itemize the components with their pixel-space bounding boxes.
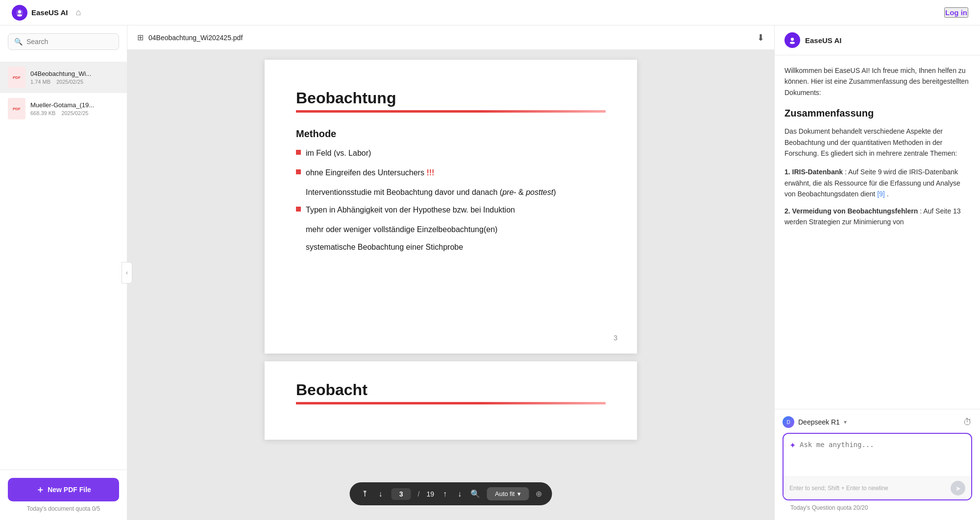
pdf-page-2-title: Beobacht [296, 381, 606, 399]
ai-summary-text: Das Dokument behandelt verschiedene Aspe… [784, 126, 970, 159]
file-meta: 1.74 MB 2025/02/25 [30, 79, 119, 85]
pdf-download-icon[interactable]: ⬇ [757, 32, 764, 43]
auto-fit-button[interactable]: Auto fit ▾ [487, 487, 529, 500]
document-quota: Today's document quota 0/5 [8, 505, 119, 512]
file-name: 04Beobachtung_Wi... [30, 70, 119, 77]
logo-area: EaseUS AI [12, 5, 68, 21]
ai-panel: EaseUS AI Willkommen bei EaseUS AI! Ich … [774, 25, 980, 520]
pdf-red-line [296, 110, 606, 113]
file-item[interactable]: PDF 04Beobachtung_Wi... 1.74 MB 2025/02/… [0, 62, 127, 93]
file-thumbnail: PDF [8, 98, 25, 119]
pdf-bullet-list-2: Typen in Abhängigkeit von der Hypothese … [296, 204, 606, 216]
jump-to-first-button[interactable]: ⤒ [360, 487, 370, 500]
ai-input-hint: Enter to send; Shift + Enter to newline [789, 485, 888, 492]
svg-point-3 [791, 38, 794, 41]
list-item: Typen in Abhängigkeit von der Hypothese … [296, 204, 606, 216]
ai-header: EaseUS AI [775, 25, 980, 55]
bullet-icon [296, 150, 301, 155]
pdf-filename: 04Beobachtung_Wi202425.pdf [148, 34, 243, 42]
sidebar-collapse-button[interactable]: ‹ [122, 262, 132, 284]
ai-model-logo: D [783, 416, 794, 428]
search-box[interactable]: 🔍 [8, 33, 119, 50]
ai-footer: D Deepseek R1 ▾ ⏱ ✦ Enter to send; Shift… [775, 409, 980, 520]
list-number: 2. [784, 207, 792, 215]
login-button[interactable]: Log in [944, 7, 968, 18]
chevron-down-icon[interactable]: ▾ [844, 419, 847, 425]
file-date: 2025/02/25 [56, 79, 83, 85]
ai-list-item: 2. Vermeidung von Beobachtungsfehlern : … [784, 206, 970, 228]
sidebar: 🔍 PDF 04Beobachtung_Wi... 1.74 MB 2025/0… [0, 25, 127, 520]
pdf-bullet-list: im Feld (vs. Labor) ohne Eingreifen des … [296, 147, 606, 179]
nav-left: EaseUS AI ⌂ [12, 5, 81, 21]
ai-summary-title: Zusammenfassung [784, 108, 970, 119]
ai-logo-icon [784, 32, 800, 48]
pdf-nav-bar: ⤒ ↓ / 19 ↑ ↓ 🔍 Auto fit ▾ ⊕ [350, 482, 552, 505]
new-pdf-label: New PDF File [48, 486, 91, 494]
zoom-out-button[interactable]: 🔍 [470, 489, 480, 498]
top-nav: EaseUS AI ⌂ Log in [0, 0, 980, 25]
file-thumbnail: PDF [8, 67, 25, 88]
pdf-viewer: ⊞ 04Beobachtung_Wi202425.pdf ⬇ Beobachtu… [127, 25, 774, 520]
file-size: 1.74 MB [30, 79, 50, 85]
ai-model-name: Deepseek R1 [798, 418, 840, 426]
file-meta: 668.39 KB 2025/02/25 [30, 110, 119, 116]
list-bold: IRIS-Datenbank [792, 168, 843, 176]
list-item: ohne Eingreifen des Untersuchers !!! [296, 167, 606, 179]
ai-send-button[interactable]: ➤ [951, 481, 965, 496]
file-item[interactable]: PDF Mueller-Gotama_(19... 668.39 KB 2025… [0, 93, 127, 124]
ai-model-left: D Deepseek R1 ▾ [783, 416, 847, 428]
search-icon: 🔍 [14, 38, 23, 46]
pdf-title-area: ⊞ 04Beobachtung_Wi202425.pdf [137, 33, 243, 42]
exclamation-marks: !!! [426, 168, 434, 177]
next-page-up-button[interactable]: ↑ [441, 488, 449, 500]
current-page-input[interactable] [392, 488, 411, 500]
ai-welcome-text: Willkommen bei EaseUS AI! Ich freue mich… [784, 65, 970, 98]
ai-input-box: ✦ Enter to send; Shift + Enter to newlin… [783, 433, 972, 500]
pdf-grid-icon: ⊞ [137, 33, 144, 42]
bullet-text-1: im Feld (vs. Labor) [306, 147, 371, 159]
file-list: PDF 04Beobachtung_Wi... 1.74 MB 2025/02/… [0, 58, 127, 470]
list-number: 1. [784, 168, 792, 176]
send-icon: ➤ [956, 485, 961, 492]
app-name: EaseUS AI [31, 8, 68, 17]
sub-text-3: systematische Beobachtung einer Stichpro… [306, 241, 606, 253]
ai-summary-list: 1. IRIS-Datenbank : Auf Seite 9 wird die… [784, 166, 970, 227]
pdf-page-1: Beobachtung Methode im Feld (vs. Labor) … [265, 60, 637, 354]
sidebar-top: 🔍 [0, 25, 127, 58]
pdf-section-title: Methode [296, 128, 606, 140]
list-after: . [887, 190, 889, 198]
ai-link[interactable]: [9] [877, 190, 885, 198]
search-input[interactable] [26, 38, 113, 46]
ai-model-row: D Deepseek R1 ▾ ⏱ [783, 416, 972, 428]
ai-input-top: ✦ [784, 434, 971, 476]
svg-point-4 [790, 42, 795, 44]
new-pdf-button[interactable]: ＋ New PDF File [8, 478, 119, 501]
sparkle-icon: ✦ [789, 441, 796, 450]
ai-list-item: 1. IRIS-Datenbank : Auf Seite 9 wird die… [784, 166, 970, 199]
home-icon[interactable]: ⌂ [75, 7, 81, 18]
italic-text: pre [502, 188, 514, 196]
app-logo-icon [12, 5, 27, 21]
bullet-text-2: ohne Eingreifen des Untersuchers !!! [306, 167, 434, 179]
pdf-header: ⊞ 04Beobachtung_Wi202425.pdf ⬇ [127, 25, 774, 50]
file-size: 668.39 KB [30, 110, 55, 116]
file-info: Mueller-Gotama_(19... 668.39 KB 2025/02/… [30, 101, 119, 116]
auto-fit-label: Auto fit [495, 490, 514, 497]
plus-icon: ＋ [36, 484, 45, 496]
bullet-text-3: Typen in Abhängigkeit von der Hypothese … [306, 204, 515, 216]
page-number: 3 [613, 334, 617, 342]
file-info: 04Beobachtung_Wi... 1.74 MB 2025/02/25 [30, 70, 119, 85]
ai-panel-title: EaseUS AI [805, 36, 841, 45]
pdf-content[interactable]: Beobachtung Methode im Feld (vs. Labor) … [127, 50, 774, 520]
prev-page-button[interactable]: ↓ [377, 488, 385, 500]
list-bold: Vermeidung von Beobachtungsfehlern [792, 207, 918, 215]
sidebar-bottom: ＋ New PDF File Today's document quota 0/… [0, 470, 127, 520]
zoom-in-button[interactable]: ⊕ [536, 489, 542, 498]
next-page-down-button[interactable]: ↓ [456, 488, 464, 500]
main-layout: 🔍 PDF 04Beobachtung_Wi... 1.74 MB 2025/0… [0, 25, 980, 520]
history-icon[interactable]: ⏱ [963, 417, 972, 427]
ai-chat-input[interactable] [800, 440, 965, 471]
pdf-page-2: Beobacht [265, 361, 637, 440]
italic-text: posttest [526, 188, 553, 196]
bullet-icon [296, 207, 301, 212]
